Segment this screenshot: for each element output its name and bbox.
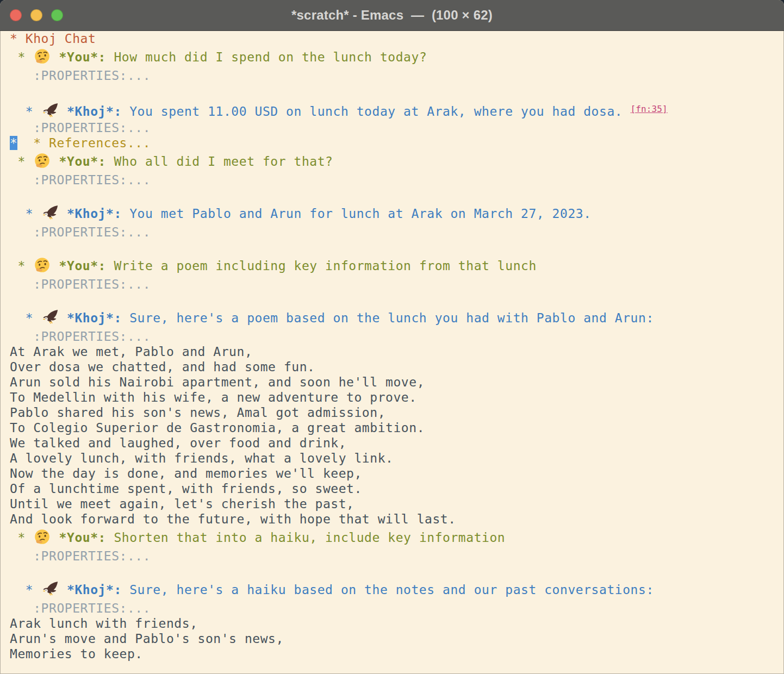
emacs-window: *scratch* - Emacs — (100 × 62) * Khoj Ch…: [0, 0, 784, 674]
eagle-emoji-icon: [41, 203, 59, 224]
you-label: *You*:: [59, 531, 106, 545]
text-line: A lovely lunch, with friends, what a lov…: [10, 451, 784, 466]
you-message-text: How much did I spend on the lunch today?: [106, 50, 427, 64]
window-title: *scratch* - Emacs — (100 × 62): [291, 8, 493, 23]
khoj-message-text: *: [10, 207, 41, 221]
thinking-face-emoji-icon: [33, 527, 51, 548]
buffer-text: A lovely lunch, with friends, what a lov…: [10, 451, 393, 465]
buffer-text: Of a lunchtime spent, with friends, so s…: [10, 482, 362, 496]
properties-line: :PROPERTIES:...: [10, 224, 784, 240]
khoj-message-text: [59, 207, 67, 221]
text-line: Pablo shared his son's news, Amal got ad…: [10, 405, 784, 420]
buffer-text: Arun sold his Nairobi apartment, and soo…: [10, 375, 425, 389]
khoj-message-text: *: [10, 583, 41, 597]
you-message-text: [51, 531, 59, 545]
khoj-message-text: Sure, here's a poem based on the lunch y…: [122, 311, 654, 325]
org-heading-line: * Khoj Chat: [10, 31, 784, 46]
properties-drawer-toggle[interactable]: :PROPERTIES:...: [10, 121, 151, 135]
you-message-text: Who all did I meet for that?: [106, 154, 333, 168]
buffer-text: And look forward to the future, with hop…: [10, 512, 456, 526]
text-line: At Arak we met, Pablo and Arun,: [10, 344, 784, 359]
text-line: Now the day is done, and memories we'll …: [10, 466, 784, 481]
properties-drawer-toggle[interactable]: :PROPERTIES:...: [10, 225, 151, 239]
chat-message-you: * *You*: Who all did I meet for that?: [10, 151, 784, 172]
chat-message-khoj: * *Khoj*: You spent 11.00 USD on lunch t…: [10, 98, 784, 120]
editor-buffer[interactable]: * Khoj Chat * *You*: How much did I spen…: [0, 31, 784, 674]
properties-drawer-toggle[interactable]: :PROPERTIES:...: [10, 173, 151, 187]
you-message-text: *: [10, 154, 33, 168]
text-line: Arak lunch with friends,: [10, 616, 784, 631]
eagle-emoji-icon: [41, 579, 59, 601]
properties-drawer-toggle[interactable]: :PROPERTIES:...: [10, 549, 151, 563]
khoj-message-text: [59, 104, 67, 118]
text-line: We talked and laughed, over food and dri…: [10, 435, 784, 451]
properties-line: :PROPERTIES:...: [10, 601, 784, 616]
text-line: To Colegio Superior de Gastronomia, a gr…: [10, 420, 784, 435]
khoj-message-text: *: [10, 311, 41, 325]
buffer-text: At Arak we met, Pablo and Arun,: [10, 345, 252, 359]
text-line: Memories to keep.: [10, 646, 784, 661]
footnote-link[interactable]: [fn:35]: [631, 104, 668, 114]
you-message-text: *: [10, 50, 33, 64]
references-line: * * References...: [10, 135, 784, 151]
you-label: *You*:: [59, 154, 106, 168]
khoj-message-text: [59, 311, 67, 325]
buffer-text: Pablo shared his son's news, Amal got ad…: [10, 405, 385, 420]
thinking-face-emoji-icon: [33, 255, 51, 277]
buffer-text: [17, 136, 33, 150]
org-heading-khoj-chat: * Khoj Chat: [10, 32, 96, 46]
buffer-text: To Colegio Superior de Gastronomia, a gr…: [10, 421, 425, 435]
khoj-label: *Khoj*:: [67, 207, 122, 221]
khoj-label: *Khoj*:: [67, 311, 122, 325]
text-line: Of a lunchtime spent, with friends, so s…: [10, 481, 784, 496]
properties-drawer-toggle[interactable]: :PROPERTIES:...: [10, 601, 151, 615]
you-message-text: Shorten that into a haiku, include key i…: [106, 531, 505, 545]
you-message-text: [51, 50, 59, 64]
you-label: *You*:: [59, 50, 106, 64]
window-controls: [10, 9, 63, 21]
zoom-button[interactable]: [51, 9, 63, 21]
properties-drawer-toggle[interactable]: :PROPERTIES:...: [10, 277, 151, 291]
khoj-label: *Khoj*:: [67, 104, 122, 118]
blank-line: [10, 564, 784, 579]
you-message-text: Write a poem including key information f…: [106, 259, 537, 273]
you-message-text: *: [10, 531, 33, 545]
properties-line: :PROPERTIES:...: [10, 329, 784, 344]
references-heading[interactable]: * References...: [33, 136, 151, 150]
you-message-text: *: [10, 259, 33, 273]
thinking-face-emoji-icon: [33, 46, 51, 68]
khoj-label: *Khoj*:: [67, 583, 122, 597]
chat-message-you: * *You*: Write a poem including key info…: [10, 255, 784, 277]
properties-line: :PROPERTIES:...: [10, 548, 784, 564]
khoj-message-text: You spent 11.00 USD on lunch today at Ar…: [122, 104, 631, 118]
title-bar: *scratch* - Emacs — (100 × 62): [0, 0, 784, 31]
minimize-button[interactable]: [30, 9, 42, 21]
chat-message-you: * *You*: Shorten that into a haiku, incl…: [10, 527, 784, 548]
eagle-emoji-icon: [41, 307, 59, 329]
blank-line: [10, 188, 784, 203]
khoj-message-text: *: [10, 104, 41, 118]
you-message-text: [51, 259, 59, 273]
buffer-text: Arun's move and Pablo's son's news,: [10, 632, 284, 646]
khoj-message-text: Sure, here's a haiku based on the notes …: [122, 583, 654, 597]
eagle-emoji-icon: [41, 101, 59, 122]
chat-message-khoj: * *Khoj*: Sure, here's a poem based on t…: [10, 307, 784, 329]
chat-message-khoj: * *Khoj*: You met Pablo and Arun for lun…: [10, 203, 784, 224]
properties-line: :PROPERTIES:...: [10, 277, 784, 292]
buffer-text: To Medellin with his wife, a new adventu…: [10, 390, 417, 404]
khoj-message-text: [59, 583, 67, 597]
text-line: Until we meet again, let's cherish the p…: [10, 496, 784, 511]
khoj-message-text: You met Pablo and Arun for lunch at Arak…: [122, 207, 592, 221]
text-line: And look forward to the future, with hop…: [10, 511, 784, 527]
close-button[interactable]: [10, 9, 22, 21]
properties-drawer-toggle[interactable]: :PROPERTIES:...: [10, 68, 151, 83]
thinking-face-emoji-icon: [33, 151, 51, 172]
buffer-text: Until we meet again, let's cherish the p…: [10, 497, 354, 511]
properties-line: :PROPERTIES:...: [10, 68, 784, 83]
blank-line: [10, 292, 784, 307]
properties-drawer-toggle[interactable]: :PROPERTIES:...: [10, 329, 151, 344]
buffer-text: We talked and laughed, over food and dri…: [10, 436, 346, 450]
buffer-text: Now the day is done, and memories we'll …: [10, 466, 362, 480]
chat-message-you: * *You*: How much did I spend on the lun…: [10, 46, 784, 68]
cursor-block: *: [10, 136, 17, 150]
